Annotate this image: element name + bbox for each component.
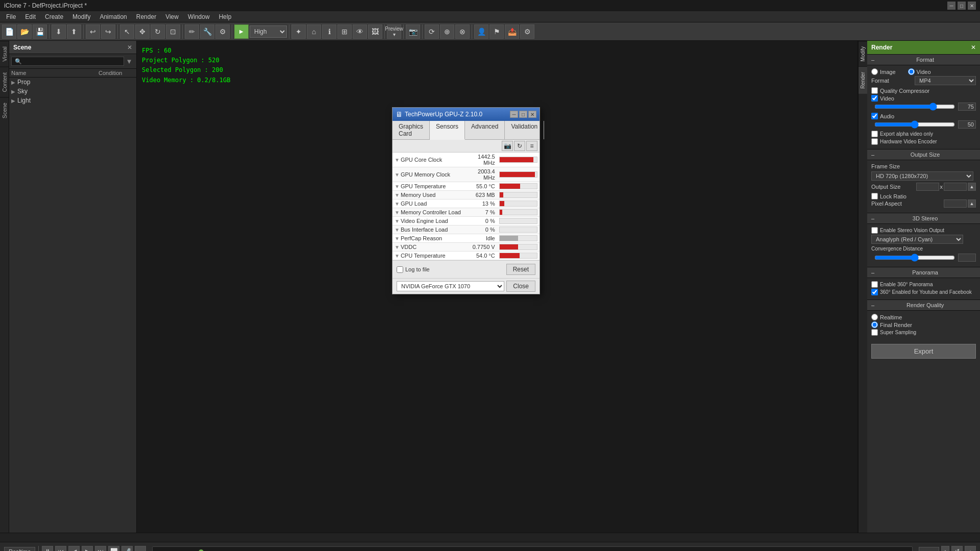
stereo-section-header[interactable]: – 3D Stereo bbox=[867, 213, 980, 224]
scene-search-input[interactable] bbox=[11, 57, 124, 66]
record-button[interactable]: 🎤 bbox=[121, 546, 133, 552]
flag-button[interactable]: ⚑ bbox=[489, 24, 504, 39]
sensor-dropdown-2[interactable]: ▼ bbox=[395, 184, 400, 189]
import-button[interactable]: ⬇ bbox=[52, 24, 66, 39]
menu-file[interactable]: File bbox=[2, 12, 20, 21]
sensor-dropdown-10[interactable]: ▼ bbox=[395, 253, 400, 259]
pixel-aspect-increment[interactable]: ▲ bbox=[968, 199, 976, 208]
view-button[interactable]: 👁 bbox=[353, 24, 367, 39]
close-window-button[interactable]: ✕ bbox=[968, 2, 976, 10]
anim2-button[interactable]: ⊕ bbox=[440, 24, 454, 39]
gpu-model-select[interactable]: NVIDIA GeForce GTX 1070 bbox=[397, 281, 504, 291]
sensor-dropdown-1[interactable]: ▼ bbox=[395, 172, 400, 178]
sensor-dropdown-8[interactable]: ▼ bbox=[395, 236, 400, 241]
timeline-marker[interactable] bbox=[199, 549, 204, 552]
export-quick-button[interactable]: 📤 bbox=[505, 24, 519, 39]
audio-quality-slider[interactable] bbox=[874, 120, 955, 129]
output-size-section-header[interactable]: – Output Size bbox=[867, 149, 980, 160]
move-button[interactable]: ✥ bbox=[135, 24, 150, 39]
tree-item-prop[interactable]: ▶ Prop bbox=[9, 78, 136, 87]
lock-ratio-checkbox[interactable] bbox=[871, 193, 878, 199]
tree-item-sky[interactable]: ▶ Sky bbox=[9, 87, 136, 96]
preview-button[interactable]: Preview ▾ bbox=[387, 24, 401, 39]
anim3-button[interactable]: ⊗ bbox=[455, 24, 470, 39]
audio-toggle-button[interactable]: ♪ bbox=[965, 546, 976, 552]
render-btn[interactable]: ▶ bbox=[234, 24, 249, 39]
gpuz-screenshot-btn[interactable]: 📷 bbox=[502, 141, 513, 151]
format-video-radio[interactable] bbox=[908, 68, 915, 75]
audio-checkbox[interactable] bbox=[871, 113, 878, 119]
frame-size-select[interactable]: HD 720p (1280x720) bbox=[871, 171, 973, 181]
snap-button[interactable]: ✦ bbox=[291, 24, 306, 39]
gpuz-close[interactable]: ✕ bbox=[528, 111, 536, 118]
minimize-button[interactable]: ─ bbox=[947, 2, 955, 10]
super-sampling-checkbox[interactable] bbox=[871, 329, 878, 336]
select-button[interactable]: ↖ bbox=[120, 24, 134, 39]
sensor-dropdown-9[interactable]: ▼ bbox=[395, 244, 400, 250]
vtab-scene[interactable]: Scene bbox=[0, 97, 9, 123]
gpuz-minimize[interactable]: ─ bbox=[510, 111, 518, 118]
menu-window[interactable]: Window bbox=[184, 12, 214, 21]
anaglyph-select[interactable]: Anaglyph (Red / Cyan) bbox=[871, 235, 963, 244]
menu-animation[interactable]: Animation bbox=[95, 12, 131, 21]
gpuz-refresh-btn[interactable]: ↻ bbox=[514, 141, 525, 151]
menu-render[interactable]: Render bbox=[132, 12, 160, 21]
reset-button[interactable]: Reset bbox=[506, 264, 535, 275]
hw-encoder-checkbox[interactable] bbox=[871, 138, 878, 145]
gpuz-tab-advanced[interactable]: Advanced bbox=[465, 121, 505, 139]
format-section-header[interactable]: – Format bbox=[867, 54, 980, 65]
audio-quality-val[interactable] bbox=[958, 120, 976, 129]
format-select[interactable]: MP4 bbox=[915, 76, 976, 85]
open-button[interactable]: 📂 bbox=[17, 24, 32, 39]
scene-filter-button[interactable]: ▼ bbox=[124, 56, 134, 66]
scene-panel-close[interactable]: ✕ bbox=[127, 44, 132, 51]
menu-view[interactable]: View bbox=[161, 12, 183, 21]
vtab-render-tab[interactable]: Render bbox=[859, 66, 867, 94]
go-start-button[interactable]: ⏮ bbox=[55, 546, 66, 552]
grid-button[interactable]: ⊞ bbox=[337, 24, 352, 39]
prev-frame-button[interactable]: ◀ bbox=[68, 546, 80, 552]
gpuz-restore[interactable]: □ bbox=[519, 111, 527, 118]
settings-button[interactable]: ⚙ bbox=[520, 24, 534, 39]
new-button[interactable]: 📄 bbox=[2, 24, 16, 39]
person-button[interactable]: 👤 bbox=[474, 24, 488, 39]
sensor-dropdown-3[interactable]: ▼ bbox=[395, 192, 400, 198]
export-alpha-checkbox[interactable] bbox=[871, 131, 878, 137]
next-frame-button[interactable]: ▶ bbox=[82, 546, 93, 552]
menu-create[interactable]: Create bbox=[41, 12, 67, 21]
render-close-icon[interactable]: ✕ bbox=[971, 44, 976, 51]
frame-number-input[interactable]: 87 bbox=[919, 547, 939, 552]
log-to-file-checkbox[interactable] bbox=[397, 266, 403, 273]
scale-button[interactable]: ⊡ bbox=[166, 24, 180, 39]
menu-modify[interactable]: Modify bbox=[68, 12, 94, 21]
save-button[interactable]: 💾 bbox=[33, 24, 47, 39]
view2-button[interactable]: 🖼 bbox=[368, 24, 382, 39]
convergence-val[interactable]: 500 bbox=[958, 254, 976, 262]
gpuz-tab-validation[interactable]: Validation bbox=[505, 121, 544, 139]
convergence-slider[interactable] bbox=[874, 254, 955, 262]
video-quality-slider[interactable] bbox=[874, 103, 955, 111]
home-button[interactable]: ⌂ bbox=[307, 24, 321, 39]
rotate-button[interactable]: ↻ bbox=[151, 24, 165, 39]
quality-compressor-checkbox[interactable] bbox=[871, 87, 878, 94]
vtab-content[interactable]: Content bbox=[0, 67, 9, 97]
timeline-scrub[interactable] bbox=[0, 533, 980, 542]
sensor-dropdown-0[interactable]: ▼ bbox=[395, 157, 400, 163]
keyframe-button[interactable]: ⬦ bbox=[135, 546, 146, 552]
anim-button[interactable]: ⟳ bbox=[425, 24, 439, 39]
output-height-input[interactable]: 720 bbox=[944, 183, 967, 191]
paint-button[interactable]: ✏ bbox=[185, 24, 199, 39]
gpuz-tab-graphics-card[interactable]: Graphics Card bbox=[393, 121, 430, 139]
sensor-dropdown-7[interactable]: ▼ bbox=[395, 227, 400, 233]
enable-stereo-checkbox[interactable] bbox=[871, 227, 878, 234]
tool3-button[interactable]: ⚙ bbox=[215, 24, 230, 39]
panorama-section-header[interactable]: – Panorama bbox=[867, 267, 980, 278]
enable-360-checkbox[interactable] bbox=[871, 281, 878, 288]
main-timeline[interactable] bbox=[152, 546, 913, 552]
close-button[interactable]: Close bbox=[506, 281, 535, 292]
sensor-dropdown-4[interactable]: ▼ bbox=[395, 201, 400, 207]
export-button[interactable]: Export bbox=[871, 344, 976, 359]
info-button[interactable]: ℹ bbox=[322, 24, 336, 39]
video-quality-val[interactable] bbox=[958, 103, 976, 111]
loop-mode-button[interactable]: ↺ bbox=[951, 546, 963, 552]
